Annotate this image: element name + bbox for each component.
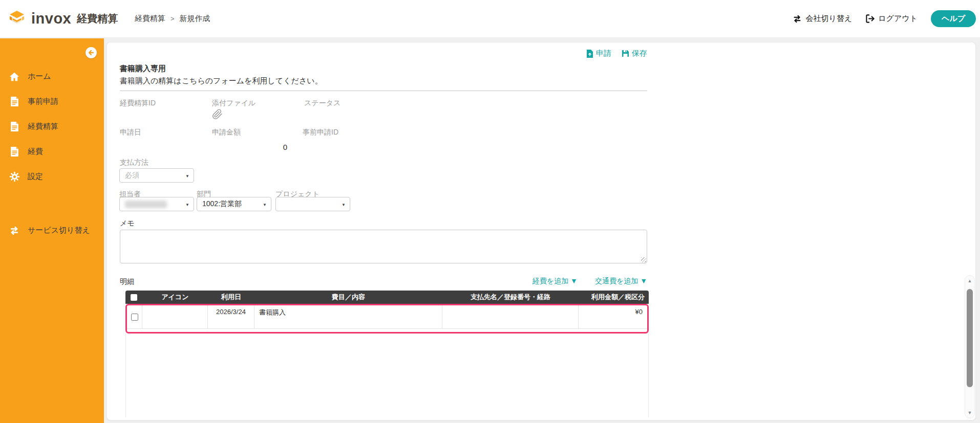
details-table-header: アイコン 利用日 費目／内容 支払先名／登録番号・経路 利用金額／税区分 xyxy=(125,291,649,304)
logout-label: ログアウト xyxy=(878,14,918,24)
column-icon: アイコン xyxy=(142,291,208,304)
row-checkbox[interactable] xyxy=(131,314,138,321)
row-payee-cell[interactable] xyxy=(442,305,579,328)
sidebar-item-home[interactable]: ホーム xyxy=(0,64,104,89)
breadcrumb-current: 新規作成 xyxy=(180,14,210,24)
sidebar-item-label: 事前申請 xyxy=(28,97,58,106)
resize-grip-icon[interactable] xyxy=(641,257,646,262)
add-transport-link[interactable]: 交通費を追加 ▼ xyxy=(595,277,647,286)
form-title: 書籍購入専用 xyxy=(120,64,166,74)
document-icon xyxy=(9,96,20,107)
company-switch-button[interactable]: 会社切り替え xyxy=(792,14,852,24)
application-amount-value: 0 xyxy=(212,143,287,151)
swap-arrows-icon xyxy=(792,14,802,24)
attachment-label: 添付ファイル xyxy=(212,99,255,108)
sidebar-menu: ホーム 事前申請 経費精算 経費 xyxy=(0,64,104,189)
floppy-disk-icon xyxy=(622,50,629,57)
logout-icon xyxy=(865,14,875,24)
chevron-down-icon: ▼ xyxy=(342,203,346,207)
document-icon xyxy=(9,121,20,132)
submit-document-icon xyxy=(586,50,593,58)
vertical-scrollbar[interactable]: ▲ ▼ xyxy=(965,275,975,418)
details-table-empty-area xyxy=(125,333,649,417)
home-icon xyxy=(9,71,20,82)
memo-textarea[interactable] xyxy=(120,230,647,263)
divider xyxy=(120,91,647,91)
breadcrumb: 経費精算 > 新規作成 xyxy=(135,0,210,37)
help-button[interactable]: ヘルプ xyxy=(931,10,976,27)
staff-select[interactable]: ▼ xyxy=(119,197,194,211)
service-switch-label: サービス切り替え xyxy=(28,226,90,235)
gear-icon xyxy=(9,171,20,183)
project-select[interactable]: ▼ xyxy=(275,197,350,211)
logout-button[interactable]: ログアウト xyxy=(865,14,918,24)
application-date-label: 申請日 xyxy=(120,128,141,137)
save-label: 保存 xyxy=(632,49,647,58)
row-category-cell[interactable]: 書籍購入 xyxy=(254,305,442,328)
swap-arrows-icon xyxy=(9,225,20,236)
memo-label: メモ xyxy=(120,219,135,228)
sidebar-item-expense-report[interactable]: 経費精算 xyxy=(0,114,104,139)
chevron-down-icon: ▼ xyxy=(263,203,267,207)
application-amount-label: 申請金額 xyxy=(212,128,241,137)
row-icon-cell xyxy=(142,305,208,328)
expense-report-id-label: 経費精算ID xyxy=(120,99,156,108)
row-amount-cell[interactable]: ¥0 xyxy=(579,305,647,328)
sidebar-item-pre-application[interactable]: 事前申請 xyxy=(0,89,104,114)
chevron-down-icon: ▼ xyxy=(185,174,189,179)
chevron-down-icon: ▼ xyxy=(185,203,189,207)
sidebar-item-service-switch[interactable]: サービス切り替え xyxy=(0,218,104,243)
column-amount: 利用金額／税区分 xyxy=(579,291,649,304)
sidebar-item-expense[interactable]: 経費 xyxy=(0,139,104,164)
scrollbar-thumb[interactable] xyxy=(967,289,973,387)
column-date: 利用日 xyxy=(208,291,254,304)
breadcrumb-separator-icon: > xyxy=(171,15,175,23)
row-date-cell[interactable]: 2026/3/24 xyxy=(208,305,254,328)
staff-value-redacted xyxy=(125,201,167,208)
company-switch-label: 会社切り替え xyxy=(805,14,852,24)
sidebar-collapse-button[interactable] xyxy=(86,47,97,58)
status-label: ステータス xyxy=(304,99,340,108)
table-row-highlighted[interactable]: 2026/3/24 書籍購入 ¥0 xyxy=(125,304,649,333)
details-add-links: 経費を追加 ▼ 交通費を追加 ▼ xyxy=(120,277,647,286)
sidebar-item-label: 設定 xyxy=(28,172,43,182)
logo-suffix: 経費精算 xyxy=(77,12,118,26)
table-row-cells: 2026/3/24 書籍購入 ¥0 xyxy=(127,305,647,329)
sidebar-item-settings[interactable]: 設定 xyxy=(0,164,104,189)
scroll-up-icon[interactable]: ▲ xyxy=(965,278,974,283)
select-all-checkbox[interactable] xyxy=(125,291,142,304)
invox-logo-icon xyxy=(7,10,27,28)
sidebar: ホーム 事前申請 経費精算 経費 xyxy=(0,38,104,423)
row-checkbox-cell xyxy=(127,305,142,328)
form-card: 申請 保存 書籍購入専用 書籍購入の精算はこちらのフォームを利用してください。 … xyxy=(106,42,976,420)
document-icon xyxy=(9,146,20,158)
logo-text: invox xyxy=(31,10,71,27)
payment-method-select[interactable]: 必須 ▼ xyxy=(119,168,194,183)
save-button[interactable]: 保存 xyxy=(622,49,647,58)
submit-label: 申請 xyxy=(596,49,611,58)
sidebar-item-label: ホーム xyxy=(28,72,51,81)
department-value: 1002:営業部 xyxy=(202,199,242,209)
form-subtitle: 書籍購入の精算はこちらのフォームを利用してください。 xyxy=(120,76,323,86)
scroll-down-icon[interactable]: ▼ xyxy=(965,410,974,415)
header-actions: 会社切り替え ログアウト ヘルプ xyxy=(792,0,976,37)
app-logo[interactable]: invox 経費精算 xyxy=(7,0,118,37)
payment-method-placeholder: 必須 xyxy=(125,171,139,180)
paperclip-icon[interactable] xyxy=(212,109,223,120)
top-header: invox 経費精算 経費精算 > 新規作成 会社切り替え xyxy=(0,0,980,37)
sidebar-item-label: 経費精算 xyxy=(28,122,58,131)
payment-method-label: 支払方法 xyxy=(120,158,148,167)
sidebar-item-label: 経費 xyxy=(28,147,43,157)
column-category: 費目／内容 xyxy=(254,291,442,304)
add-expense-link[interactable]: 経費を追加 ▼ xyxy=(532,277,578,286)
pre-application-id-label: 事前申請ID xyxy=(303,128,338,137)
details-table: アイコン 利用日 費目／内容 支払先名／登録番号・経路 利用金額／税区分 202… xyxy=(125,291,649,333)
column-payee: 支払先名／登録番号・経路 xyxy=(442,291,579,304)
checkbox-icon xyxy=(131,294,137,301)
submit-button[interactable]: 申請 xyxy=(586,49,611,58)
form-actions: 申請 保存 xyxy=(107,49,647,58)
breadcrumb-parent[interactable]: 経費精算 xyxy=(135,14,165,24)
department-select[interactable]: 1002:営業部 ▼ xyxy=(197,197,271,211)
arrow-left-icon xyxy=(88,49,95,56)
